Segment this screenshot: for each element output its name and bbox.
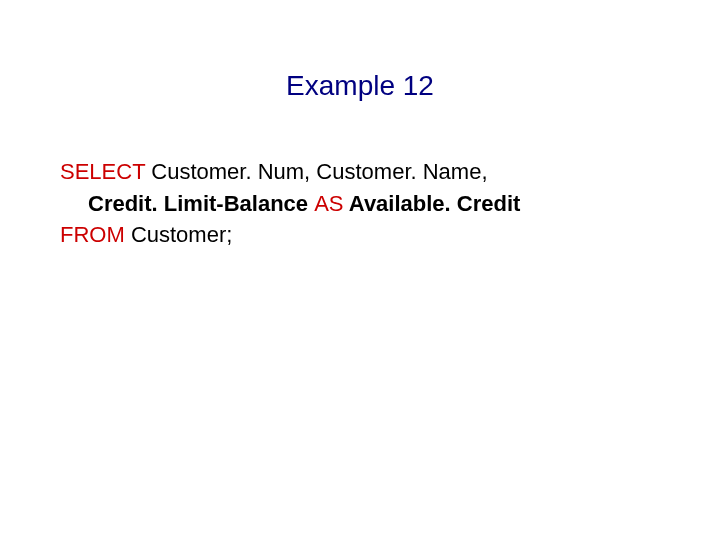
sql-keyword-select: SELECT	[60, 159, 145, 184]
sql-text-1: Customer. Num, Customer. Name,	[145, 159, 487, 184]
sql-keyword-from: FROM	[60, 222, 125, 247]
sql-alias: Available. Credit	[344, 191, 521, 216]
sql-keyword-as: AS	[314, 191, 343, 216]
sql-line-1: SELECT Customer. Num, Customer. Name,	[60, 157, 660, 187]
sql-line-3: FROM Customer;	[60, 220, 660, 250]
slide: Example 12 SELECT Customer. Num, Custome…	[0, 70, 720, 540]
sql-content: SELECT Customer. Num, Customer. Name, Cr…	[0, 157, 720, 250]
slide-title: Example 12	[0, 70, 720, 102]
sql-text-3: Customer;	[125, 222, 233, 247]
sql-expr: Credit. Limit-Balance	[88, 191, 314, 216]
sql-line-2: Credit. Limit-Balance AS Available. Cred…	[60, 189, 660, 219]
